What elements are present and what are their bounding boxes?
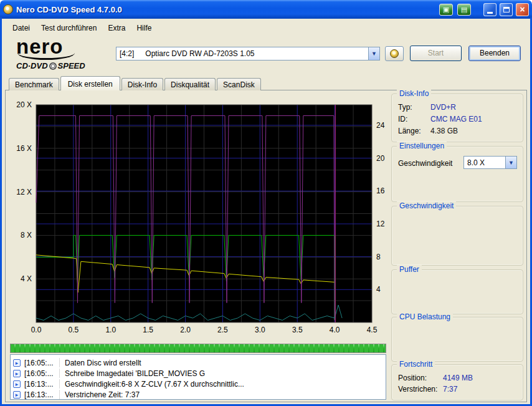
maximize-button[interactable] — [500, 3, 513, 16]
disc-info-button[interactable] — [385, 46, 404, 61]
settings-group: Einstellungen Geschwindigkeit — [391, 146, 523, 202]
speed-group-title: Geschwindigkeit — [397, 201, 456, 210]
menu-test-durchfuehren[interactable]: Test durchführen — [36, 21, 102, 35]
menu-datei[interactable]: Datei — [7, 21, 36, 35]
tab-strip: Benchmark Disk erstellen Disk-Info Diskq… — [9, 76, 262, 90]
svg-text:24: 24 — [376, 121, 385, 130]
progress-group-title: Fortschritt — [397, 360, 435, 369]
disk-id-value: CMC MAG E01 — [430, 115, 482, 123]
main-progress-bar — [10, 344, 386, 353]
log-entry-icon: ▸ — [13, 359, 21, 367]
svg-text:12: 12 — [376, 220, 385, 228]
drive-selector-dropdown-button[interactable]: ▼ — [368, 47, 379, 60]
drive-name: Optiarc DVD RW AD-7203S 1.05 — [145, 49, 254, 58]
logo-disc-icon — [49, 62, 57, 70]
speed-select-label: Geschwindigkeit — [398, 159, 452, 168]
svg-text:4.5: 4.5 — [367, 326, 378, 334]
speed-group: Geschwindigkeit — [391, 206, 523, 266]
logo-product-right: SPEED — [58, 61, 85, 70]
svg-text:1.5: 1.5 — [143, 326, 153, 334]
svg-text:8 X: 8 X — [21, 231, 32, 239]
log-entry-icon: ▸ — [13, 380, 21, 388]
svg-text:3.5: 3.5 — [292, 326, 303, 334]
menu-hilfe[interactable]: Hilfe — [131, 21, 157, 35]
disk-length-row: Länge: 4.38 GB — [398, 127, 458, 135]
close-icon: × — [520, 4, 525, 14]
app-window: Nero CD-DVD Speed 4.7.0.0 ▣ ▤ × Datei Te… — [0, 0, 532, 406]
elapsed-row: Verstrichen: 7:37 — [398, 385, 457, 394]
menu-extra[interactable]: Extra — [102, 21, 131, 35]
elapsed-value: 7:37 — [443, 385, 457, 394]
svg-text:0.0: 0.0 — [31, 326, 42, 334]
log-entry-icon: ▸ — [13, 391, 21, 399]
speed-select[interactable]: 8.0 X ▼ — [463, 156, 517, 169]
drive-selector[interactable]: [4:2] Optiarc DVD RW AD-7203S 1.05 ▼ — [116, 47, 380, 60]
tab-scandisk[interactable]: ScanDisk — [217, 78, 261, 90]
svg-text:12 X: 12 X — [16, 188, 32, 196]
tab-benchmark[interactable]: Benchmark — [9, 78, 59, 90]
region-capture-icon: ▤ — [461, 6, 467, 14]
cpu-group-title: CPU Belastung — [397, 312, 453, 321]
drive-bus: [4:2] — [120, 49, 134, 58]
svg-text:4.0: 4.0 — [330, 326, 340, 334]
settings-group-title: Einstellungen — [397, 142, 447, 150]
log-entry[interactable]: ▸ [16:13:... Geschwindigkeit:6-8 X Z-CLV… — [11, 379, 386, 389]
log-entry[interactable]: ▸ [16:13:... Verstrichene Zeit: 7:37 — [11, 389, 386, 400]
svg-text:1.0: 1.0 — [105, 326, 116, 334]
overlay-capture-button-2[interactable]: ▤ — [457, 4, 471, 16]
tab-disk-erstellen[interactable]: Disk erstellen — [60, 76, 120, 90]
disk-info-group: Disk-Info Typ: DVD+R ID: CMC MAG E01 Län… — [391, 94, 523, 142]
progress-group: Fortschritt Position: 4149 MB Verstriche… — [391, 364, 523, 400]
disk-length-value: 4.38 GB — [430, 127, 458, 135]
svg-text:20 X: 20 X — [16, 100, 32, 109]
buffer-group: Puffer — [391, 269, 523, 314]
menubar: Datei Test durchführen Extra Hilfe — [2, 20, 530, 36]
chevron-down-icon: ▼ — [508, 160, 514, 166]
svg-text:20: 20 — [376, 154, 385, 163]
log-entry-icon: ▸ — [13, 370, 21, 377]
tab-diskqualitaet[interactable]: Diskqualität — [164, 78, 216, 90]
svg-text:2.0: 2.0 — [180, 326, 191, 334]
quit-button[interactable]: Beenden — [468, 46, 521, 61]
svg-text:8: 8 — [376, 253, 381, 261]
disk-type-value: DVD+R — [430, 103, 456, 112]
window-title: Nero CD-DVD Speed 4.7.0.0 — [16, 5, 436, 14]
svg-text:4 X: 4 X — [21, 274, 32, 283]
disc-info-icon — [390, 49, 399, 58]
position-row: Position: 4149 MB — [398, 374, 473, 382]
svg-text:16 X: 16 X — [16, 144, 32, 153]
overlay-capture-button-1[interactable]: ▣ — [439, 4, 453, 16]
disk-info-group-title: Disk-Info — [397, 89, 431, 98]
nero-logo-swoosh — [17, 52, 75, 60]
disk-type-row: Typ: DVD+R — [398, 103, 456, 112]
log-entry[interactable]: ▸ [16:05:... Schreibe Imagedatei 'BILDER… — [11, 368, 386, 379]
disk-id-row: ID: CMC MAG E01 — [398, 115, 482, 123]
maximize-icon — [503, 7, 510, 12]
window-capture-icon: ▣ — [443, 6, 449, 14]
logo-product-left: CD·DVD — [16, 61, 48, 70]
log-entry[interactable]: ▸ [16:05:... Daten Disc wird erstellt — [11, 357, 386, 368]
log-list: ▸ [16:05:... Daten Disc wird erstellt ▸ … — [10, 354, 386, 400]
svg-text:3.0: 3.0 — [255, 326, 265, 334]
minimize-button[interactable] — [483, 3, 496, 16]
svg-text:2.5: 2.5 — [217, 326, 228, 334]
titlebar: Nero CD-DVD Speed 4.7.0.0 ▣ ▤ × — [0, 0, 532, 19]
app-disc-icon — [3, 4, 13, 14]
cpu-group: CPU Belastung — [391, 317, 523, 362]
buffer-group-title: Puffer — [397, 265, 422, 274]
start-button[interactable]: Start — [410, 46, 462, 61]
speed-select-value: 8.0 X — [467, 158, 485, 167]
chevron-down-icon: ▼ — [371, 51, 377, 57]
svg-text:16: 16 — [376, 186, 385, 195]
nero-logo: nero CD·DVD SPEED — [16, 37, 113, 70]
svg-text:4: 4 — [376, 285, 381, 294]
main-progress-fill — [11, 344, 386, 352]
close-button[interactable]: × — [516, 3, 529, 16]
minimize-icon — [487, 12, 493, 14]
speed-select-dropdown-button[interactable]: ▼ — [505, 157, 516, 168]
svg-text:0.5: 0.5 — [69, 326, 79, 334]
position-value: 4149 MB — [443, 374, 473, 382]
tab-disk-info[interactable]: Disk-Info — [121, 78, 163, 90]
speed-chart: 4 X8 X12 X16 X20 X48121620240.00.51.01.5… — [9, 94, 386, 336]
